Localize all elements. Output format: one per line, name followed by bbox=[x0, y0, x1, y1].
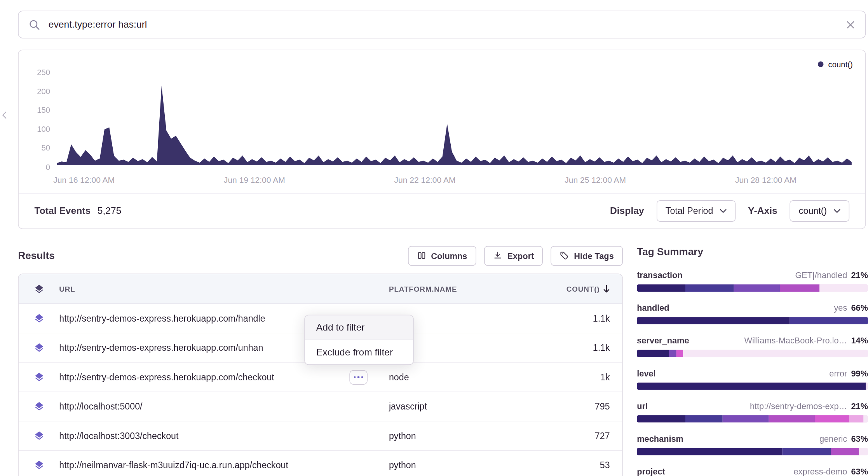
stack-icon bbox=[33, 430, 44, 441]
x-axis: Jun 16 12:00 AMJun 19 12:00 AMJun 22 12:… bbox=[57, 175, 852, 187]
columns-button[interactable]: Columns bbox=[408, 246, 476, 266]
tag-bar-segment bbox=[685, 284, 734, 292]
tag-percent: 21% bbox=[851, 270, 868, 280]
tag-icon bbox=[560, 251, 569, 260]
tag-bar-segment bbox=[849, 415, 863, 423]
row-icon-cell bbox=[19, 313, 59, 324]
chevron-down-icon bbox=[720, 209, 727, 214]
row-icon-cell bbox=[19, 430, 59, 441]
y-tick-label: 0 bbox=[19, 163, 50, 172]
display-dropdown[interactable]: Total Period bbox=[657, 200, 736, 222]
column-header-url[interactable]: URL bbox=[59, 285, 389, 293]
y-tick-label: 100 bbox=[19, 124, 50, 133]
url-cell[interactable]: http://sentry-demos-express.herokuapp.co… bbox=[59, 372, 389, 382]
tag-percent: 21% bbox=[851, 401, 868, 411]
tag-value-wrap: GET|/handled21% bbox=[795, 270, 868, 280]
table-header: URL PLATFORM.NAME COUNT() bbox=[19, 274, 622, 304]
results-heading: Results bbox=[18, 250, 54, 261]
tag-bar-segment bbox=[676, 350, 683, 357]
table-row[interactable]: http://sentry-demos-express.herokuapp.co… bbox=[19, 363, 622, 392]
tag-value: express-demo bbox=[793, 467, 847, 476]
chart-legend: count() bbox=[818, 60, 853, 69]
tag-bar[interactable] bbox=[637, 383, 868, 390]
search-input[interactable] bbox=[47, 18, 839, 31]
tag-value: error bbox=[829, 368, 847, 378]
tag-bar-segment bbox=[669, 350, 676, 357]
tag-bar-segment bbox=[637, 350, 669, 357]
tag-bar[interactable] bbox=[637, 284, 868, 292]
y-tick-label: 200 bbox=[19, 87, 50, 96]
context-menu-item[interactable]: Exclude from filter bbox=[305, 340, 413, 364]
tag-item: mechanism generic63% bbox=[637, 434, 868, 455]
tag-item: transaction GET|/handled21% bbox=[637, 270, 868, 292]
platform-cell: node bbox=[389, 372, 530, 382]
table-row[interactable]: http://localhost:5000/ javascript 795 bbox=[19, 392, 622, 421]
count-cell: 53 bbox=[530, 460, 622, 470]
tag-bar-segment bbox=[683, 350, 868, 357]
tag-value-wrap: express-demo63% bbox=[793, 467, 868, 476]
count-cell: 795 bbox=[530, 401, 622, 411]
tag-name: transaction bbox=[637, 270, 682, 280]
tag-bar-segment bbox=[819, 284, 868, 292]
columns-icon bbox=[417, 251, 426, 260]
tag-bar-segment bbox=[780, 284, 819, 292]
url-cell[interactable]: http://localhost:3003/checkout bbox=[59, 431, 389, 441]
legend-dot bbox=[818, 61, 824, 67]
tag-bar-segment bbox=[769, 415, 815, 423]
count-cell: 1k bbox=[530, 372, 622, 382]
stack-icon bbox=[33, 372, 44, 383]
tag-bar-segment bbox=[815, 415, 849, 423]
table-row[interactable]: http://neilmanvar-flask-m3uuizd7iq-uc.a.… bbox=[19, 451, 622, 476]
tag-name: handled bbox=[637, 303, 669, 313]
yaxis-dropdown[interactable]: count() bbox=[790, 200, 849, 222]
table-row[interactable]: http://localhost:3003/checkout python 72… bbox=[19, 422, 622, 451]
row-icon-cell bbox=[19, 401, 59, 412]
tag-name: url bbox=[637, 401, 648, 411]
tag-value: generic bbox=[819, 434, 847, 444]
context-menu-item[interactable]: Add to filter bbox=[305, 315, 413, 340]
tag-bar-segment bbox=[783, 448, 831, 455]
download-icon bbox=[493, 251, 502, 260]
tag-bar[interactable] bbox=[637, 415, 868, 423]
tag-item: level error99% bbox=[637, 368, 868, 390]
yaxis-dropdown-value: count() bbox=[799, 206, 827, 216]
tag-value: Williams-MacBook-Pro.lo… bbox=[744, 336, 847, 345]
column-header-platform[interactable]: PLATFORM.NAME bbox=[389, 285, 530, 293]
total-events-value: 5,275 bbox=[98, 205, 122, 217]
count-cell: 1.1k bbox=[530, 343, 622, 353]
sidebar-collapse-handle[interactable] bbox=[2, 111, 7, 121]
tag-bar[interactable] bbox=[637, 317, 868, 324]
tag-bar-segment bbox=[637, 317, 790, 324]
url-cell[interactable]: http://localhost:5000/ bbox=[59, 401, 389, 411]
chevron-down-icon bbox=[834, 209, 840, 214]
tag-item: server_name Williams-MacBook-Pro.lo…14% bbox=[637, 336, 868, 357]
clear-search-button[interactable] bbox=[846, 20, 855, 29]
tag-percent: 14% bbox=[851, 336, 868, 345]
x-tick-label: Jun 22 12:00 AM bbox=[394, 175, 456, 184]
export-button[interactable]: Export bbox=[484, 246, 543, 266]
discover-page: count() 250200150100500 Jun 16 12:00 AMJ… bbox=[0, 0, 868, 476]
y-axis: 250200150100500 bbox=[19, 50, 50, 186]
tag-bar-segment bbox=[831, 448, 859, 455]
tag-value-wrap: error99% bbox=[829, 368, 868, 378]
tag-bar-segment bbox=[722, 415, 769, 423]
count-cell: 1.1k bbox=[530, 313, 622, 324]
x-tick-label: Jun 28 12:00 AM bbox=[735, 175, 797, 184]
columns-button-label: Columns bbox=[431, 251, 467, 261]
tag-percent: 63% bbox=[851, 467, 868, 476]
tag-bar-segment bbox=[637, 415, 685, 423]
tag-bar[interactable] bbox=[637, 448, 868, 455]
row-icon-cell bbox=[19, 460, 59, 471]
column-header-count[interactable]: COUNT() bbox=[530, 285, 622, 293]
tag-bar[interactable] bbox=[637, 350, 868, 357]
total-events-label: Total Events bbox=[34, 205, 91, 217]
tag-value-wrap: Williams-MacBook-Pro.lo…14% bbox=[744, 336, 868, 345]
tag-summary: Tag Summary transaction GET|/handled21% … bbox=[637, 246, 868, 476]
hide-tags-button[interactable]: Hide Tags bbox=[551, 246, 623, 266]
stack-icon bbox=[33, 284, 44, 294]
chevron-left-icon bbox=[2, 111, 7, 119]
row-actions-button[interactable] bbox=[349, 370, 367, 385]
event-volume-chart bbox=[57, 70, 852, 168]
tag-bar-segment bbox=[863, 415, 868, 423]
url-cell[interactable]: http://neilmanvar-flask-m3uuizd7iq-uc.a.… bbox=[59, 460, 389, 470]
